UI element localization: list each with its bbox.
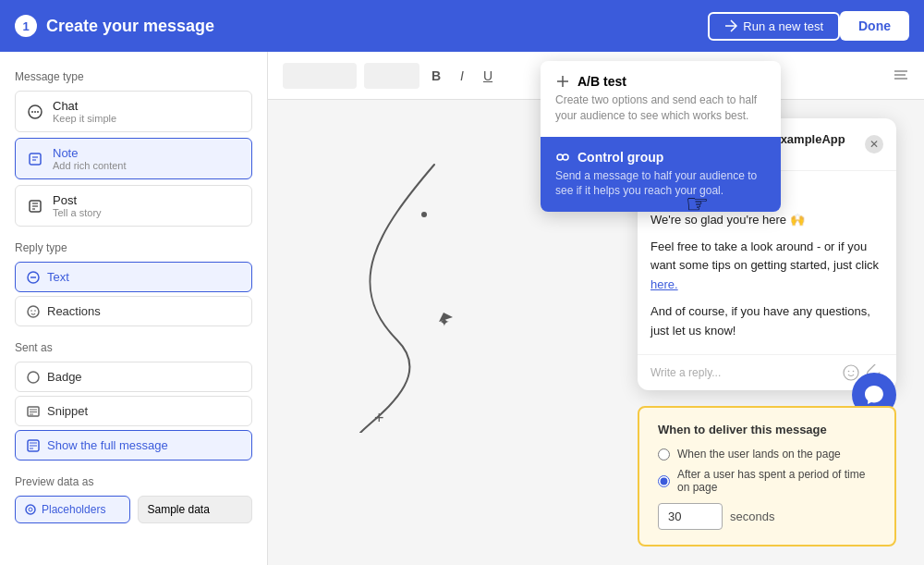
reply-reactions-label: Reactions: [47, 304, 101, 318]
reply-text-label: Text: [47, 270, 69, 284]
toolbar-size-selector[interactable]: [364, 63, 419, 89]
svg-rect-5: [30, 154, 41, 165]
sidebar: Message type Chat Keep it simple Note Ad…: [0, 52, 268, 565]
badge-label: Badge: [47, 370, 82, 384]
emoji-icon[interactable]: [843, 364, 859, 381]
message-type-label: Message type: [15, 70, 252, 83]
svg-point-31: [421, 212, 427, 217]
text-reply-icon: [27, 271, 40, 284]
run-test-button[interactable]: Run a new test: [708, 12, 840, 41]
control-group-option[interactable]: Control group Send a message to half you…: [541, 137, 781, 213]
main-layout: Message type Chat Keep it simple Note Ad…: [0, 52, 924, 565]
toolbar-underline[interactable]: U: [479, 67, 497, 85]
svg-point-17: [28, 372, 39, 383]
svg-point-2: [31, 111, 33, 113]
placeholders-icon: [25, 504, 36, 515]
full-message-icon: [27, 439, 40, 452]
placeholders-button[interactable]: Placeholders: [15, 496, 130, 523]
chat-icon: [27, 104, 43, 120]
message-type-note[interactable]: Note Add rich content: [15, 138, 252, 179]
snippet-icon: [27, 405, 40, 418]
toolbar-bold[interactable]: B: [427, 67, 445, 85]
sent-as-options: Badge Snippet Show the full message: [15, 362, 252, 461]
svg-point-27: [29, 508, 32, 511]
content-area: B I U + ✦: [268, 52, 924, 565]
sent-badge-button[interactable]: Badge: [15, 362, 252, 392]
messenger-icon-svg: [863, 384, 885, 406]
deliver-option-2-label: After a user has spent a period of time …: [677, 468, 876, 494]
post-icon: [27, 198, 43, 215]
control-group-icon: [555, 150, 570, 165]
sample-data-button[interactable]: Sample data: [138, 496, 253, 523]
note-sub: Add rich content: [53, 160, 127, 171]
svg-text:+: +: [374, 409, 384, 427]
align-icon: [893, 68, 909, 84]
deliver-title: When to deliver this message: [658, 423, 876, 436]
decorative-curve: + ✦: [323, 155, 508, 433]
svg-point-40: [557, 154, 563, 160]
svg-text:✦: ✦: [439, 314, 450, 329]
done-button[interactable]: Done: [840, 11, 909, 41]
toolbar-italic[interactable]: I: [453, 67, 471, 85]
reply-reactions-button[interactable]: Reactions: [15, 296, 252, 326]
control-group-desc: Send a message to half your audience to …: [555, 168, 766, 200]
message-type-post[interactable]: Post Tell a story: [15, 185, 252, 227]
svg-point-26: [26, 505, 35, 514]
deliver-box: When to deliver this message When the us…: [638, 406, 896, 547]
ab-test-icon: [555, 74, 570, 89]
ab-test-title: A/B test: [555, 74, 766, 89]
run-icon: [724, 19, 737, 32]
note-icon: [27, 151, 43, 167]
toolbar-align: [893, 68, 909, 84]
chat-msg-link[interactable]: here.: [650, 277, 678, 291]
svg-point-15: [30, 310, 32, 312]
reply-type-options: Text Reactions: [15, 262, 252, 326]
deliver-option-2[interactable]: After a user has spent a period of time …: [658, 468, 876, 494]
deliver-radio-2[interactable]: [658, 475, 670, 487]
badge-icon: [27, 371, 40, 384]
chat-title: Chat: [53, 99, 116, 113]
svg-point-3: [34, 111, 36, 113]
deliver-radio-1[interactable]: [658, 448, 670, 461]
sent-as-label: Sent as: [15, 341, 252, 354]
sample-data-label: Sample data: [148, 503, 210, 516]
svg-point-16: [34, 310, 36, 312]
reply-type-label: Reply type: [15, 241, 252, 254]
chat-msg-4: And of course, if you have any questions…: [650, 302, 883, 341]
deliver-seconds-input[interactable]: [658, 503, 723, 530]
svg-point-39: [853, 370, 855, 372]
note-title: Note: [53, 146, 127, 160]
toolbar-font-selector[interactable]: [283, 63, 357, 89]
chat-msg-3: Feel free to take a look around - or if …: [650, 238, 883, 295]
reactions-icon: [27, 305, 40, 318]
step-indicator: 1: [15, 15, 37, 37]
sent-full-button[interactable]: Show the full message: [15, 430, 252, 461]
post-title: Post: [53, 193, 102, 207]
full-message-label: Show the full message: [47, 438, 168, 452]
ab-test-option[interactable]: A/B test Create two options and send eac…: [541, 61, 781, 137]
svg-point-14: [28, 306, 39, 317]
control-group-title: Control group: [555, 150, 766, 165]
svg-point-37: [844, 365, 858, 380]
svg-point-41: [563, 154, 568, 160]
chat-sub: Keep it simple: [53, 113, 116, 124]
app-header: 1 Create your message Run a new test Don…: [0, 0, 924, 52]
svg-point-4: [37, 111, 39, 113]
chat-close-button[interactable]: ✕: [865, 135, 883, 154]
reply-text-button[interactable]: Text: [15, 262, 252, 292]
placeholders-label: Placeholders: [42, 503, 105, 516]
chat-reply-input[interactable]: Write a reply...: [650, 366, 835, 379]
sent-snippet-button[interactable]: Snippet: [15, 396, 252, 426]
page-title: Create your message: [46, 17, 697, 36]
message-type-chat[interactable]: Chat Keep it simple: [15, 91, 252, 132]
deliver-seconds-label: seconds: [730, 510, 774, 523]
deliver-input-row: seconds: [658, 503, 876, 530]
ab-test-desc: Create two options and send each to half…: [555, 92, 766, 124]
preview-data-label: Preview data as: [15, 475, 252, 488]
post-sub: Tell a story: [53, 207, 102, 218]
deliver-option-1[interactable]: When the user lands on the page: [658, 448, 876, 461]
chat-msg-2: We're so glad you're here 🙌: [650, 211, 883, 230]
preview-data-options: Placeholders Sample data: [15, 496, 252, 523]
snippet-label: Snippet: [47, 404, 88, 418]
dropdown-menu: A/B test Create two options and send eac…: [541, 61, 781, 212]
